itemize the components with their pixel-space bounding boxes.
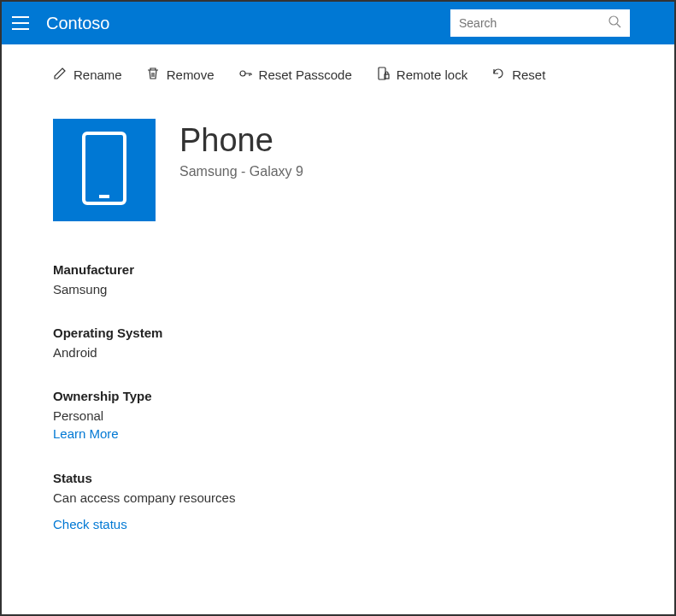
os-label: Operating System (53, 326, 674, 340)
phone-icon (80, 130, 128, 210)
status-label: Status (53, 471, 674, 485)
os-block: Operating System Android (53, 326, 674, 360)
app-header: Contoso (2, 2, 674, 44)
key-icon (238, 67, 252, 83)
svg-point-2 (240, 71, 245, 76)
manufacturer-block: Manufacturer Samsung (53, 262, 674, 296)
remote-lock-label: Remote lock (397, 67, 467, 82)
brand-title: Contoso (46, 14, 110, 33)
os-value: Android (53, 345, 674, 360)
device-title: Phone (179, 122, 303, 159)
remove-label: Remove (167, 67, 215, 82)
device-title-block: Phone Samsung - Galaxy 9 (179, 119, 303, 179)
status-block: Status Can access company resources Chec… (53, 471, 674, 532)
device-hero: Phone Samsung - Galaxy 9 (53, 119, 674, 221)
manufacturer-value: Samsung (53, 282, 674, 296)
pencil-icon (53, 67, 67, 83)
phone-lock-icon (376, 67, 390, 83)
trash-icon (146, 67, 160, 83)
hamburger-menu-icon[interactable] (12, 13, 32, 33)
check-status-link[interactable]: Check status (53, 517, 127, 531)
search-container (450, 9, 630, 37)
device-content: Phone Samsung - Galaxy 9 Manufacturer Sa… (2, 98, 674, 532)
manufacturer-label: Manufacturer (53, 262, 674, 277)
ownership-value: Personal (53, 408, 674, 423)
ownership-block: Ownership Type Personal Learn More (53, 389, 674, 442)
remote-lock-button[interactable]: Remote lock (376, 67, 467, 83)
rename-button[interactable]: Rename (53, 67, 122, 83)
svg-rect-5 (84, 133, 125, 203)
rename-label: Rename (73, 67, 122, 82)
device-subtitle: Samsung - Galaxy 9 (179, 164, 303, 179)
status-value: Can access company resources (53, 490, 674, 505)
learn-more-link[interactable]: Learn More (53, 426, 119, 441)
reset-icon (491, 67, 505, 83)
reset-passcode-label: Reset Passcode (259, 67, 352, 82)
device-tile (53, 119, 156, 221)
remove-button[interactable]: Remove (146, 67, 215, 83)
search-input[interactable] (450, 9, 630, 37)
ownership-label: Ownership Type (53, 389, 674, 403)
reset-passcode-button[interactable]: Reset Passcode (238, 67, 352, 83)
reset-label: Reset (512, 67, 545, 82)
reset-button[interactable]: Reset (491, 67, 545, 83)
action-toolbar: Rename Remove Reset Passcode Remote lock (2, 44, 674, 98)
